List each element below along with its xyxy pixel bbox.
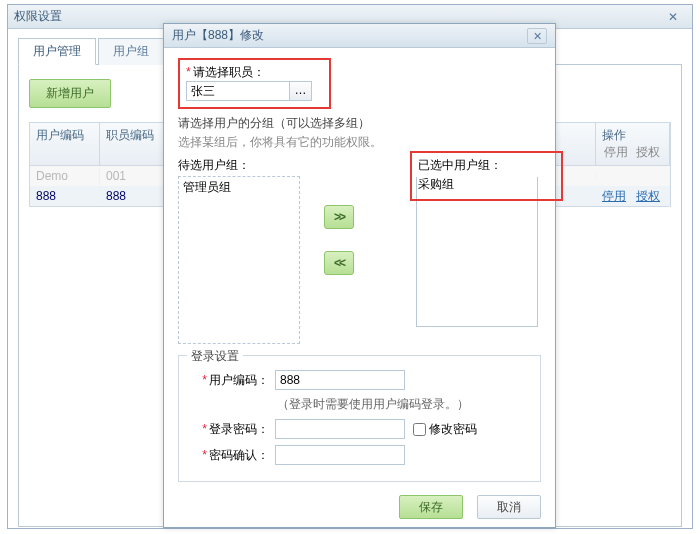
dialog-footer: 保存 取消 xyxy=(399,495,541,519)
op-disable-link[interactable]: 停用 xyxy=(602,189,626,203)
group-hint-2: 选择某组后，你将具有它的功能权限。 xyxy=(178,134,541,151)
employee-lookup-button[interactable]: … xyxy=(290,81,312,101)
required-star-icon: * xyxy=(202,422,207,436)
user-code-input[interactable] xyxy=(275,370,405,390)
move-left-button[interactable]: << xyxy=(324,251,354,275)
dialog-titlebar: 用户【888】修改 ✕ xyxy=(164,24,555,48)
employee-input[interactable] xyxy=(186,81,290,101)
col-user-code: 用户编码 xyxy=(30,123,100,165)
password-confirm-row: *密码确认： xyxy=(189,445,530,465)
cell-emp-code: 888 xyxy=(100,187,170,205)
cancel-button[interactable]: 取消 xyxy=(477,495,541,519)
password-label: *登录密码： xyxy=(189,421,269,438)
password-row: *登录密码： 修改密码 xyxy=(189,419,530,439)
password-confirm-input[interactable] xyxy=(275,445,405,465)
op-authorize-link[interactable]: 授权 xyxy=(636,189,660,203)
login-settings-fieldset: 登录设置 *用户编码： （登录时需要使用用户编码登录。） *登录密码： 修改密码… xyxy=(178,355,541,482)
user-code-label: *用户编码： xyxy=(189,372,269,389)
window-close-icon[interactable]: ✕ xyxy=(660,9,686,25)
selected-groups-column: 已选中用户组： 采购组 xyxy=(416,157,538,327)
col-op-label: 操作 xyxy=(602,127,663,144)
dialog-title: 用户【888】修改 xyxy=(172,27,527,44)
group-transfer: 待选用户组： 管理员组 >> << 已选中用户组： 采购组 xyxy=(178,157,541,347)
employee-picker: … xyxy=(186,81,323,101)
list-item[interactable]: 管理员组 xyxy=(183,179,295,196)
highlight-employee-picker: *请选择职员： … xyxy=(178,58,331,109)
required-star-icon: * xyxy=(202,448,207,462)
cell-ops: 停用 授权 xyxy=(596,186,670,207)
add-user-button[interactable]: 新增用户 xyxy=(29,79,111,108)
col-op-authorize: 授权 xyxy=(636,144,660,161)
user-code-note: （登录时需要使用用户编码登录。） xyxy=(277,396,530,413)
change-password-label: 修改密码 xyxy=(429,421,477,438)
dialog-body: *请选择职员： … 请选择用户的分组（可以选择多组） 选择某组后，你将具有它的功… xyxy=(164,48,555,490)
available-groups-column: 待选用户组： 管理员组 xyxy=(178,157,300,344)
password-input[interactable] xyxy=(275,419,405,439)
col-emp-code: 职员编码 xyxy=(100,123,170,165)
tab-user-group[interactable]: 用户组 xyxy=(98,38,164,65)
cell-user-code: 888 xyxy=(30,187,100,205)
required-star-icon: * xyxy=(186,65,191,79)
cell-emp-code: 001 xyxy=(100,167,170,185)
password-confirm-label: *密码确认： xyxy=(189,447,269,464)
selected-first-item: 采购组 xyxy=(418,176,555,193)
col-operations: 操作 停用 授权 xyxy=(596,123,670,165)
user-code-row: *用户编码： xyxy=(189,370,530,390)
cell-user-code: Demo xyxy=(30,167,100,185)
cell-ops xyxy=(596,174,670,178)
highlight-selected-groups: 已选中用户组： 采购组 xyxy=(410,151,563,201)
pick-employee-label: *请选择职员： xyxy=(186,64,323,81)
available-groups-listbox[interactable]: 管理员组 xyxy=(178,176,300,344)
col-op-sub: 停用 授权 xyxy=(602,144,663,161)
col-op-disable: 停用 xyxy=(604,144,628,161)
login-settings-legend: 登录设置 xyxy=(187,348,243,365)
required-star-icon: * xyxy=(202,373,207,387)
dialog-close-icon[interactable]: ✕ xyxy=(527,28,547,44)
tab-user-management[interactable]: 用户管理 xyxy=(18,38,96,65)
group-hint-1: 请选择用户的分组（可以选择多组） xyxy=(178,115,541,132)
change-password-box[interactable] xyxy=(413,423,426,436)
change-password-checkbox[interactable]: 修改密码 xyxy=(413,421,477,438)
transfer-buttons: >> << xyxy=(324,205,354,275)
selected-groups-label: 已选中用户组： xyxy=(418,157,555,174)
available-groups-label: 待选用户组： xyxy=(178,157,300,174)
save-button[interactable]: 保存 xyxy=(399,495,463,519)
edit-user-dialog: 用户【888】修改 ✕ *请选择职员： … 请选择用户的分组（可以选择多组） 选… xyxy=(163,23,556,528)
move-right-button[interactable]: >> xyxy=(324,205,354,229)
